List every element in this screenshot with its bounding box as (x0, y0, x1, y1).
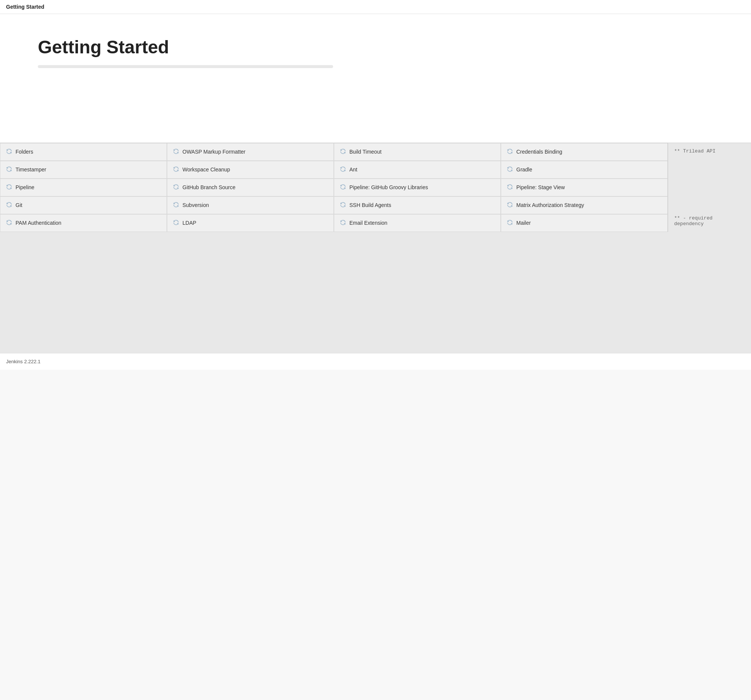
plugin-section: Folders OWASP Markup Formatter Build Tim… (0, 143, 751, 232)
refresh-icon (173, 148, 179, 156)
right-panel: ** Trilead API ** - required dependency (668, 143, 751, 232)
footer: Jenkins 2.222.1 (0, 353, 751, 370)
plugin-name-ant: Ant (349, 166, 357, 173)
plugin-cell-timestamper[interactable]: Timestamper (0, 161, 167, 179)
refresh-icon (340, 184, 346, 191)
plugin-name-pipeline-stage-view: Pipeline: Stage View (516, 184, 565, 191)
plugin-cell-email-extension[interactable]: Email Extension (334, 214, 501, 232)
plugin-name-gradle: Gradle (516, 166, 532, 173)
refresh-icon (173, 219, 179, 227)
plugin-cell-pipeline[interactable]: Pipeline (0, 179, 167, 196)
jenkins-version: Jenkins 2.222.1 (6, 359, 41, 364)
refresh-icon (340, 166, 346, 174)
refresh-icon (173, 184, 179, 191)
plugin-cell-credentials-binding[interactable]: Credentials Binding (501, 143, 668, 161)
plugin-name-pipeline: Pipeline (16, 184, 34, 191)
plugin-cell-owasp-markup-formatter[interactable]: OWASP Markup Formatter (167, 143, 334, 161)
plugin-cell-build-timeout[interactable]: Build Timeout (334, 143, 501, 161)
plugin-cell-matrix-authorization-strategy[interactable]: Matrix Authorization Strategy (501, 196, 668, 214)
right-panel-required-note: ** - required dependency (674, 208, 745, 227)
plugin-cell-ssh-build-agents[interactable]: SSH Build Agents (334, 196, 501, 214)
main-content: Getting Started (0, 14, 751, 143)
refresh-icon (506, 166, 513, 174)
plugin-cell-mailer[interactable]: Mailer (501, 214, 668, 232)
refresh-icon (6, 184, 12, 191)
empty-area (0, 232, 751, 353)
plugin-name-ldap: LDAP (182, 219, 196, 226)
plugin-name-pam-authentication: PAM Authentication (16, 219, 61, 226)
plugin-cell-pipeline-stage-view[interactable]: Pipeline: Stage View (501, 179, 668, 196)
plugin-name-github-branch-source: GitHub Branch Source (182, 184, 235, 191)
plugin-name-timestamper: Timestamper (16, 166, 46, 173)
plugin-name-ssh-build-agents: SSH Build Agents (349, 202, 391, 208)
plugin-cell-subversion[interactable]: Subversion (167, 196, 334, 214)
title-underline (38, 65, 333, 68)
refresh-icon (340, 219, 346, 227)
page-title: Getting Started (38, 37, 713, 58)
top-bar-title: Getting Started (6, 4, 44, 10)
refresh-icon (6, 219, 12, 227)
plugin-cell-git[interactable]: Git (0, 196, 167, 214)
plugin-cell-gradle[interactable]: Gradle (501, 161, 668, 179)
refresh-icon (506, 219, 513, 227)
plugin-name-workspace-cleanup: Workspace Cleanup (182, 166, 230, 173)
plugin-cell-pam-authentication[interactable]: PAM Authentication (0, 214, 167, 232)
plugin-name-git: Git (16, 202, 22, 208)
plugin-grid: Folders OWASP Markup Formatter Build Tim… (0, 143, 668, 232)
refresh-icon (340, 201, 346, 209)
plugin-name-email-extension: Email Extension (349, 219, 387, 226)
top-bar: Getting Started (0, 0, 751, 14)
refresh-icon (173, 201, 179, 209)
plugin-name-pipeline-github-groovy-libraries: Pipeline: GitHub Groovy Libraries (349, 184, 428, 191)
plugin-name-matrix-authorization-strategy: Matrix Authorization Strategy (516, 202, 584, 208)
refresh-icon (506, 184, 513, 191)
plugin-name-owasp-markup-formatter: OWASP Markup Formatter (182, 148, 245, 155)
plugin-cell-pipeline-github-groovy-libraries[interactable]: Pipeline: GitHub Groovy Libraries (334, 179, 501, 196)
plugin-name-subversion: Subversion (182, 202, 209, 208)
plugin-name-credentials-binding: Credentials Binding (516, 148, 562, 155)
plugin-name-build-timeout: Build Timeout (349, 148, 382, 155)
plugin-cell-ldap[interactable]: LDAP (167, 214, 334, 232)
refresh-icon (340, 148, 346, 156)
plugin-cell-folders[interactable]: Folders (0, 143, 167, 161)
refresh-icon (506, 201, 513, 209)
refresh-icon (6, 148, 12, 156)
right-panel-note: ** Trilead API (674, 148, 745, 154)
refresh-icon (6, 166, 12, 174)
plugin-cell-github-branch-source[interactable]: GitHub Branch Source (167, 179, 334, 196)
refresh-icon (506, 148, 513, 156)
refresh-icon (173, 166, 179, 174)
refresh-icon (6, 201, 12, 209)
plugin-cell-workspace-cleanup[interactable]: Workspace Cleanup (167, 161, 334, 179)
plugin-cell-ant[interactable]: Ant (334, 161, 501, 179)
plugin-name-folders: Folders (16, 148, 33, 155)
plugin-name-mailer: Mailer (516, 219, 531, 226)
